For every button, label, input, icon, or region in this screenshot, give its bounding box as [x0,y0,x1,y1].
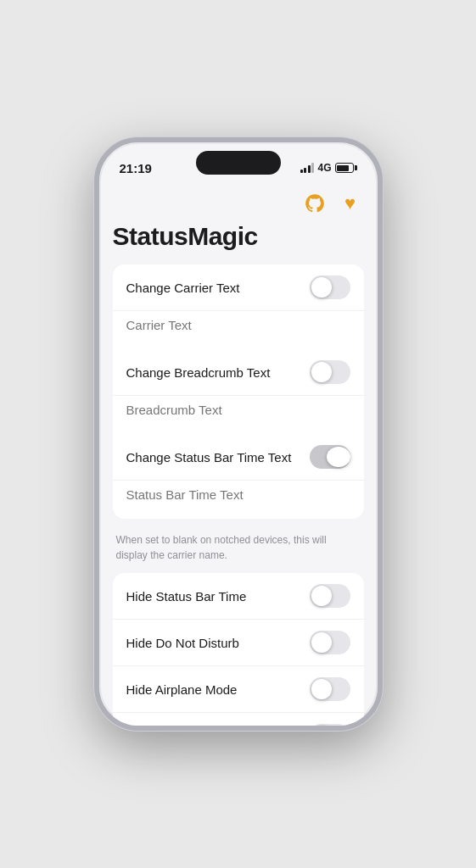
status-time: 21:19 [120,161,152,175]
change-breadcrumb-text-toggle[interactable] [310,360,350,384]
hide-airplane-mode-toggle[interactable] [310,677,350,701]
carrier-text-input[interactable] [126,311,350,339]
change-carrier-text-label: Change Carrier Text [126,281,240,295]
hide-do-not-disturb-toggle[interactable] [310,631,350,654]
carrier-text-input-row [113,310,364,349]
hide-settings-card: Hide Status Bar Time Hide Do Not Disturb… [113,573,364,726]
change-status-bar-time-text-toggle[interactable] [310,445,350,469]
hide-do-not-disturb-row: Hide Do Not Disturb [113,619,364,665]
change-carrier-text-row: Change Carrier Text [113,264,364,310]
phone-frame: 21:19 4G [94,137,383,731]
note-text: When set to blank on notched devices, th… [113,527,364,573]
hide-airplane-mode-row: Hide Airplane Mode [113,665,364,712]
change-status-bar-time-text-row: Change Status Bar Time Text [113,434,364,480]
hide-do-not-disturb-label: Hide Do Not Disturb [126,636,239,650]
screen-content[interactable]: ♥ StatusMagic Change Carrier Text Change… [99,183,378,726]
hide-status-bar-time-label: Hide Status Bar Time [126,589,247,604]
dynamic-island [196,151,281,175]
hide-airplane-mode-label: Hide Airplane Mode [126,682,238,697]
text-settings-card: Change Carrier Text Change Breadcrumb Te… [113,264,364,519]
battery-icon [335,163,357,173]
change-status-bar-time-text-label: Change Status Bar Time Text [126,450,292,465]
hide-status-bar-time-row: Hide Status Bar Time [113,573,364,619]
hide-cellular-row: Hide Cellular* [113,712,364,726]
heart-icon[interactable]: ♥ [337,190,364,217]
breadcrumb-text-input[interactable] [126,396,350,424]
top-icons-row: ♥ [113,190,364,217]
hide-cellular-toggle[interactable] [310,724,350,726]
change-breadcrumb-text-row: Change Breadcrumb Text [113,349,364,395]
change-breadcrumb-text-label: Change Breadcrumb Text [126,365,271,380]
hide-status-bar-time-toggle[interactable] [310,584,350,608]
status-icons: 4G [300,162,357,174]
status-bar-time-text-input-row [113,480,364,519]
signal-bars-icon [300,163,315,173]
network-label: 4G [317,162,331,174]
status-bar: 21:19 4G [99,142,378,183]
change-carrier-text-toggle[interactable] [310,275,350,299]
status-bar-time-text-input[interactable] [126,481,350,509]
breadcrumb-text-input-row [113,395,364,434]
github-icon[interactable] [301,190,328,217]
app-title: StatusMagic [113,222,364,251]
